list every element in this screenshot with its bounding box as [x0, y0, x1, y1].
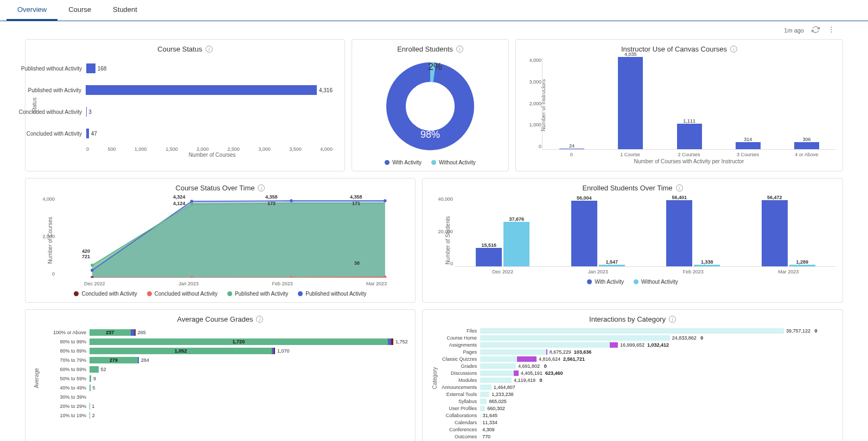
- tab-student[interactable]: Student: [102, 0, 148, 21]
- bar-row: Conferences4,309: [432, 426, 836, 433]
- bar-col: 306: [777, 137, 836, 149]
- svg-point-2: [831, 31, 832, 33]
- bar-row: 20% to 29%1: [48, 401, 409, 411]
- info-icon[interactable]: i: [676, 184, 683, 191]
- x-axis-label: Number of Courses with Activity per Inst…: [542, 158, 836, 164]
- chart-title: Course Status Over Time: [176, 184, 255, 192]
- bar-row: Modules4,119,419 0: [432, 377, 836, 384]
- bar-row: 60% to 69%52: [48, 365, 409, 374]
- bar-group: 56,4011,338: [646, 195, 741, 266]
- bar-row: Discussions4,405,191 623,460: [432, 370, 836, 376]
- bar-row: Concluded with Activity47: [86, 123, 333, 144]
- bar-row: Outcomes770: [432, 433, 836, 440]
- bar-row: Grades4,691,802 0: [432, 363, 836, 369]
- tabs: Overview Course Student: [0, 0, 868, 21]
- bar-row: 70% to 79%279284: [48, 355, 409, 365]
- legend: Concluded with Activity Concluded withou…: [32, 291, 409, 297]
- card-instructor-use: Instructor Use of Canvas Coursesi Number…: [515, 39, 843, 171]
- bar-row: 100% or Above237265: [48, 328, 409, 337]
- bar-row: 90% to 99%1,7201,752: [48, 337, 409, 346]
- bar-col: 4,035: [601, 52, 660, 149]
- bar-row: 10% to 19%2: [48, 411, 409, 420]
- svg-point-12: [290, 199, 292, 202]
- card-course-status-time: Course Status Over Timei Number of Cours…: [25, 178, 416, 303]
- y-axis-label: Status: [31, 98, 37, 113]
- bar-row: 40% to 49%5: [48, 383, 409, 392]
- refresh-icon[interactable]: [812, 25, 820, 35]
- bar-row: Published with Activity4,316: [86, 79, 333, 101]
- legend: With Activity Without Activity: [359, 159, 502, 165]
- chart-title: Average Course Grades: [177, 315, 253, 323]
- svg-point-10: [190, 202, 193, 206]
- svg-point-1: [831, 29, 832, 30]
- bar-row: Collaborations31,645: [432, 412, 836, 419]
- svg-point-7: [91, 264, 93, 267]
- donut-chart: 98% 2%: [381, 57, 479, 155]
- bar-row: Calendars11,334: [432, 419, 836, 426]
- bar-group: 15,51637,676: [455, 216, 551, 266]
- chart-title: Interactions by Category: [589, 315, 666, 323]
- chart-title: Enrolled Students: [397, 45, 453, 53]
- svg-point-0: [831, 27, 832, 28]
- bar-row: 50% to 59%9: [48, 374, 409, 383]
- legend: With Activity Without Activity: [429, 279, 836, 285]
- svg-text:2%: 2%: [428, 61, 442, 72]
- info-icon[interactable]: i: [730, 46, 737, 53]
- chart-title: Enrolled Students Over Time: [582, 184, 672, 192]
- more-icon[interactable]: [827, 25, 835, 35]
- bar-row: Concluded without Activity3: [86, 101, 333, 123]
- bar-row: Pages8,675,229 103,636: [432, 349, 836, 355]
- bar-row: 80% to 89%1,0521,070: [48, 346, 409, 355]
- card-course-status: Course Statusi Status Published without …: [25, 39, 345, 171]
- card-enrolled-time: Enrolled Students Over Timei Number of S…: [422, 178, 843, 303]
- bar-row: Assignments16,999,652 1,032,412: [432, 342, 836, 348]
- y-axis-label: Category: [432, 367, 438, 389]
- last-refreshed: 1m ago: [784, 27, 804, 34]
- svg-point-14: [384, 199, 386, 202]
- bar-col: 24: [542, 143, 601, 149]
- info-icon[interactable]: i: [206, 46, 213, 53]
- info-icon[interactable]: i: [256, 316, 263, 323]
- card-enrolled-students: Enrolled Studentsi 98% 2% With Activity …: [352, 39, 509, 171]
- bar-row: Syllabus865,025: [432, 398, 836, 405]
- chart-title: Course Status: [157, 45, 202, 53]
- bar-group: 56,4721,289: [741, 195, 837, 266]
- bar-row: Announcements1,464,807: [432, 384, 836, 391]
- tab-course[interactable]: Course: [58, 0, 102, 21]
- svg-point-6: [91, 269, 93, 272]
- card-avg-grades: Average Course Gradesi Average 100% or A…: [25, 309, 416, 441]
- info-icon[interactable]: i: [258, 184, 265, 191]
- bar-row: Files39,757,122 0: [432, 328, 836, 334]
- bar-row: Published without Activity168: [86, 57, 333, 79]
- bar-row: Classic Quizzes4,816,624 2,561,721: [432, 356, 836, 362]
- bar-row: Course Home24,833,862 0: [432, 335, 836, 341]
- card-interactions: Interactions by Categoryi Category Files…: [422, 309, 843, 441]
- x-axis-label: Number of Courses: [86, 152, 338, 158]
- svg-text:98%: 98%: [420, 129, 440, 140]
- toolbar: 1m ago: [0, 21, 868, 39]
- bar-row: User Profiles660,302: [432, 405, 836, 412]
- y-axis-label: Average: [34, 368, 40, 388]
- bar-group: 56,0041,547: [551, 195, 646, 266]
- info-icon[interactable]: i: [456, 46, 463, 53]
- bar-row: 30% to 39%: [48, 392, 409, 401]
- tab-overview[interactable]: Overview: [7, 0, 58, 21]
- info-icon[interactable]: i: [669, 316, 676, 323]
- bar-row: External Tools1,233,238: [432, 391, 836, 398]
- bar-col: 314: [719, 137, 777, 149]
- bar-col: 1,111: [660, 118, 718, 149]
